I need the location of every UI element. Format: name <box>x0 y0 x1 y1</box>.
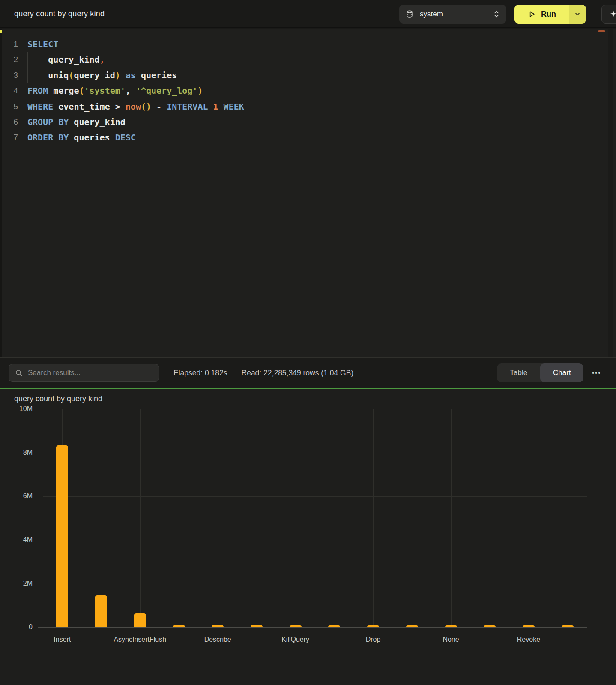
gridline-vertical <box>373 409 374 627</box>
bar-Revoke <box>523 625 535 627</box>
y-axis-tick-label: 8M <box>0 449 33 456</box>
x-axis-tick-label: None <box>413 636 490 643</box>
bar-KillQuery <box>290 625 302 627</box>
bar-unlabeled <box>484 625 496 627</box>
ai-assistant-button[interactable] <box>601 5 616 24</box>
line-number: 3 <box>0 68 18 83</box>
bar-unlabeled <box>406 625 418 627</box>
code-text: GROUP BY query_kind <box>18 114 126 130</box>
overview-ruler-marker <box>598 30 605 32</box>
line-number: 2 <box>0 52 18 67</box>
play-icon <box>527 10 536 18</box>
code-text: WHERE event_time > now() - INTERVAL 1 WE… <box>18 99 244 114</box>
chart-title: query count by query kind <box>14 394 102 403</box>
sparkle-icon <box>609 9 616 19</box>
code-text: ORDER BY queries DESC <box>18 130 136 145</box>
gridline-vertical <box>218 409 218 627</box>
bar-Drop <box>367 625 379 627</box>
code-line: 6GROUP BY query_kind <box>0 114 616 130</box>
gridline-horizontal <box>43 453 587 453</box>
unfold-chevrons-icon <box>493 9 500 19</box>
code-line: 1SELECT <box>0 36 616 52</box>
x-axis-tick-label: Insert <box>24 636 101 643</box>
line-number: 5 <box>0 99 18 114</box>
query-title: query count by query kind <box>14 9 105 18</box>
bar-Insert <box>56 445 68 627</box>
bar-unlabeled <box>95 595 107 627</box>
search-results-box <box>9 364 159 382</box>
x-axis-line <box>38 627 587 628</box>
code-text: SELECT <box>18 36 58 52</box>
gridline-horizontal <box>43 409 587 409</box>
y-axis-tick-label: 6M <box>0 492 33 500</box>
run-split-button: Run <box>514 5 586 24</box>
database-icon <box>405 10 414 18</box>
code-text: uniq(query_id) as queries <box>18 68 177 83</box>
read-stat: Read: 22,285,349 rows (1.04 GB) <box>242 369 354 378</box>
results-toolbar: Elapsed: 0.182s Read: 22,285,349 rows (1… <box>0 357 616 388</box>
gridline-vertical <box>451 409 452 627</box>
sql-console: query count by query kind system <box>0 0 616 685</box>
code-text: FROM merge('system', '^query_log') <box>18 83 203 98</box>
gutter-yellow-marker <box>0 30 2 33</box>
editor-left-gutter-edge <box>0 29 2 357</box>
code-line: 4FROM merge('system', '^query_log') <box>0 83 616 98</box>
chevron-down-icon <box>574 11 581 18</box>
code-line: 2 query_kind, <box>0 52 616 67</box>
indent-guide <box>27 68 28 83</box>
chart-panel: query count by query kind 02M4M6M8M10MIn… <box>0 389 616 685</box>
bar-Describe <box>212 625 224 627</box>
tab-table[interactable]: Table <box>497 363 540 382</box>
line-number: 7 <box>0 130 18 145</box>
run-options-button[interactable] <box>569 5 586 24</box>
run-button-label: Run <box>541 10 556 19</box>
code-line: 3 uniq(query_id) as queries <box>0 68 616 83</box>
indent-guide <box>27 52 28 67</box>
gridline-horizontal <box>43 496 587 497</box>
search-results-input[interactable] <box>28 369 153 377</box>
x-axis-tick-label: AsyncInsertFlush <box>102 636 179 643</box>
more-options-button[interactable]: ••• <box>592 370 601 376</box>
code-text: query_kind, <box>18 52 105 67</box>
code-line: 5WHERE event_time > now() - INTERVAL 1 W… <box>0 99 616 114</box>
editor-scrollbar-track[interactable] <box>608 29 613 357</box>
gridline-vertical <box>140 409 141 627</box>
view-toggle: Table Chart <box>497 363 583 382</box>
bar-unlabeled <box>173 625 185 627</box>
database-selector-value: system <box>420 10 493 18</box>
x-axis-tick-label: Drop <box>335 636 412 643</box>
search-icon <box>15 369 23 377</box>
gridline-vertical <box>296 409 296 627</box>
x-axis-tick-label: Revoke <box>490 636 567 643</box>
line-number: 4 <box>0 83 18 98</box>
elapsed-stat: Elapsed: 0.182s <box>173 369 227 378</box>
bar-unlabeled <box>562 625 574 627</box>
gridline-vertical <box>529 409 529 627</box>
x-axis-tick-label: Describe <box>179 636 256 643</box>
y-axis-tick-label: 0 <box>0 623 33 631</box>
y-axis-tick-label: 2M <box>0 580 33 587</box>
gridline-horizontal <box>43 584 587 584</box>
tab-chart[interactable]: Chart <box>540 363 583 382</box>
database-selector[interactable]: system <box>399 5 506 24</box>
y-axis-tick-label: 10M <box>0 405 33 413</box>
line-number: 1 <box>0 36 18 52</box>
code-line: 7ORDER BY queries DESC <box>0 130 616 145</box>
x-axis-tick-label: KillQuery <box>257 636 334 643</box>
bar-None <box>445 625 457 627</box>
bar-unlabeled <box>328 625 340 627</box>
gridline-horizontal <box>43 540 587 540</box>
sql-editor[interactable]: 1SELECT2 query_kind,3 uniq(query_id) as … <box>0 29 616 357</box>
run-button[interactable]: Run <box>514 5 569 24</box>
bar-unlabeled <box>251 625 263 627</box>
y-axis-tick-label: 4M <box>0 536 33 544</box>
bar-AsyncInsertFlush <box>134 613 146 627</box>
line-number: 6 <box>0 114 18 130</box>
query-header-bar: query count by query kind system <box>0 0 616 28</box>
bar-chart-plot: 02M4M6M8M10MInsertAsyncInsertFlushDescri… <box>43 409 587 627</box>
